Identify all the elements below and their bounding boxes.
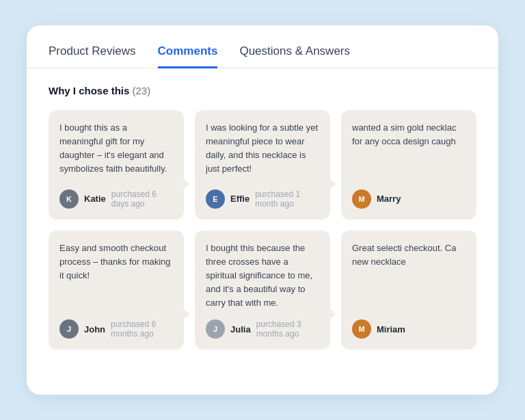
tab-questions-answers[interactable]: Questions & Answers bbox=[239, 44, 350, 68]
review-text: I was looking for a subtle yet meaningfu… bbox=[206, 121, 319, 180]
review-text: I bought this as a meaningful gift for m… bbox=[59, 121, 173, 180]
review-footer: KKatiepurchased 6 days ago bbox=[59, 189, 173, 209]
review-card-3: wanted a sim gold necklac for any occa d… bbox=[341, 110, 476, 220]
section-title: Why I chose this (23) bbox=[49, 85, 476, 96]
section-title-text: Why I chose this bbox=[49, 85, 129, 96]
review-text: Easy and smooth checkout process – thank… bbox=[59, 241, 173, 311]
content-area: Why I chose this (23) I bought this as a… bbox=[27, 68, 498, 372]
avatar: E bbox=[206, 189, 225, 209]
review-card-1: I bought this as a meaningful gift for m… bbox=[49, 110, 184, 220]
tab-product-reviews[interactable]: Product Reviews bbox=[49, 44, 136, 68]
avatar: M bbox=[352, 189, 371, 209]
tab-comments[interactable]: Comments bbox=[158, 44, 218, 68]
review-footer: JJohnpurchased 6 months ago bbox=[59, 319, 173, 339]
reviewer-name: Miriam bbox=[377, 324, 405, 334]
review-card-5: I bought this because the three crosses … bbox=[195, 231, 330, 350]
purchase-time: purchased 1 month ago bbox=[255, 189, 319, 209]
reviewer-name: Julia bbox=[230, 324, 251, 334]
review-footer: JJuliapurchased 3 months ago bbox=[206, 319, 319, 339]
review-footer: EEffiepurchased 1 month ago bbox=[206, 189, 319, 209]
review-card-6: Great selecti checkout. Ca new necklaceM… bbox=[341, 231, 476, 350]
tabs-container: Product Reviews Comments Questions & Ans… bbox=[27, 25, 498, 68]
review-card-4: Easy and smooth checkout process – thank… bbox=[49, 231, 184, 350]
reviewer-name: Katie bbox=[84, 194, 106, 204]
review-text: wanted a sim gold necklac for any occa d… bbox=[352, 121, 466, 180]
reviewer-name: Marry bbox=[377, 194, 401, 204]
avatar: K bbox=[59, 189, 79, 209]
main-card: Product Reviews Comments Questions & Ans… bbox=[27, 25, 498, 395]
review-card-2: I was looking for a subtle yet meaningfu… bbox=[195, 110, 330, 220]
review-text: I bought this because the three crosses … bbox=[206, 241, 319, 311]
purchase-time: purchased 3 months ago bbox=[256, 319, 319, 339]
section-count: (23) bbox=[133, 85, 151, 96]
review-text: Great selecti checkout. Ca new necklace bbox=[352, 241, 466, 311]
reviews-grid: I bought this as a meaningful gift for m… bbox=[49, 110, 476, 350]
review-footer: MMiriam bbox=[352, 319, 466, 339]
avatar: M bbox=[352, 319, 371, 339]
review-footer: MMarry bbox=[352, 189, 466, 209]
purchase-time: purchased 6 months ago bbox=[111, 319, 173, 339]
reviewer-name: Effie bbox=[230, 194, 250, 204]
avatar: J bbox=[59, 319, 79, 339]
purchase-time: purchased 6 days ago bbox=[111, 189, 173, 209]
reviewer-name: John bbox=[84, 324, 105, 334]
avatar: J bbox=[206, 319, 225, 339]
